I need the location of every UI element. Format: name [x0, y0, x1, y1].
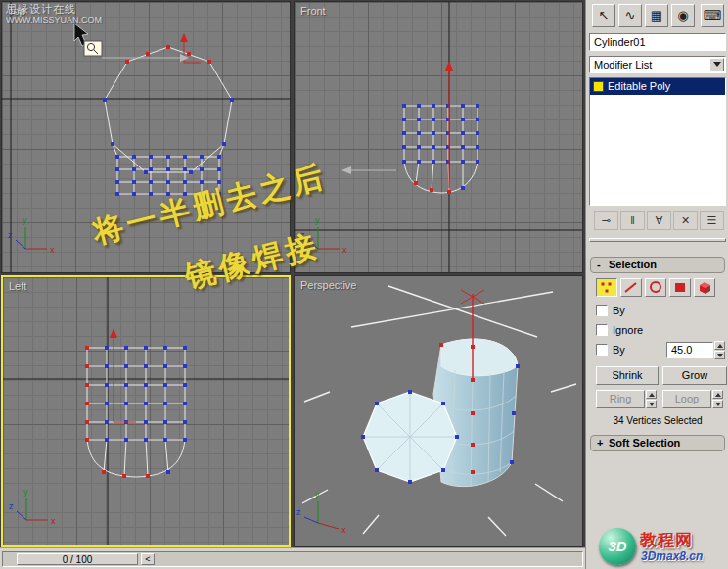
logo-subtitle: 3Dmax8.cn — [641, 549, 703, 563]
top-wireframe[interactable] — [105, 47, 232, 194]
material-editor-icon[interactable]: ◉ — [671, 4, 695, 27]
panel-splitter[interactable] — [589, 238, 726, 242]
border-mode-icon[interactable] — [645, 278, 666, 297]
spinner-down-icon[interactable] — [646, 400, 657, 408]
stack-item-editable-poly[interactable]: Editable Poly — [590, 78, 725, 95]
command-panel: ↖ ∿ ▦ ◉ ⌨ Cylinder01 Modifier List Edita… — [585, 0, 728, 569]
top-viewport-canvas: x y z — [2, 2, 291, 273]
remove-modifier-glyph: ✕ — [681, 214, 690, 226]
ring-button[interactable]: Ring — [596, 390, 645, 408]
spinner-up-icon[interactable] — [646, 390, 657, 399]
curve-editor-glyph: ∿ — [625, 8, 636, 23]
by-vertex-checkbox[interactable] — [596, 305, 608, 316]
by-angle-row: By — [596, 344, 625, 357]
soft-selection-rollout-title: Soft Selection — [609, 437, 680, 449]
left-axis-tripod: x y z — [9, 487, 56, 526]
viewport-top[interactable]: Top 思缘设计在线 WWW.MISSYUAN.COM — [1, 1, 291, 273]
viewport-front-label: Front — [300, 5, 326, 17]
axis-z-label: z — [9, 501, 14, 511]
loop-spinner[interactable] — [712, 390, 723, 408]
schematic-view-glyph: ▦ — [651, 8, 662, 23]
logo-title: 教程网 — [640, 529, 693, 551]
keyboard-override-icon[interactable]: ⌨ — [701, 4, 724, 27]
viewport-left-active[interactable]: Left x y z — [1, 275, 291, 547]
viewport-front[interactable]: Front x — [294, 1, 583, 273]
edge-mode-icon[interactable] — [620, 278, 642, 297]
shrink-button[interactable]: Shrink — [596, 366, 659, 385]
spinner-up-icon[interactable] — [714, 341, 725, 350]
selection-rollout-title: Selection — [609, 259, 657, 270]
object-name-field[interactable]: Cylinder01 — [589, 33, 726, 51]
polygon-mode-icon[interactable] — [669, 278, 691, 297]
by-vertex-label: By — [613, 305, 625, 316]
ignore-backfacing-checkbox[interactable] — [596, 324, 608, 336]
viewport-perspective[interactable]: Perspective — [294, 275, 583, 547]
collapse-plus-icon: + — [597, 436, 609, 450]
left-gizmo-y-axis[interactable] — [110, 328, 136, 422]
spinner-down-icon[interactable] — [714, 351, 725, 359]
remove-modifier-icon[interactable]: ✕ — [673, 211, 698, 230]
selection-status: 34 Vertices Selected — [586, 415, 728, 426]
loop-button[interactable]: Loop — [662, 390, 711, 408]
schematic-view-icon[interactable]: ▦ — [645, 4, 668, 27]
front-axis-tripod: x y z — [300, 215, 347, 255]
angle-spinner[interactable] — [714, 341, 725, 359]
3dsmax-window: Top 思缘设计在线 WWW.MISSYUAN.COM — [0, 0, 728, 569]
modifier-list-dropdown[interactable]: Modifier List — [589, 56, 726, 73]
axis-y-label: y — [315, 490, 320, 499]
show-end-result-icon[interactable]: ‖ — [620, 211, 645, 230]
left-vertices-selected[interactable] — [87, 348, 148, 476]
logo-sphere-text: 3D — [608, 538, 626, 554]
ring-label: Ring — [610, 393, 632, 404]
show-end-result-glyph: ‖ — [630, 214, 635, 226]
spinner-up-icon[interactable] — [712, 390, 723, 399]
left-viewport-canvas: x y z — [3, 277, 289, 545]
soft-selection-rollout-header[interactable]: +Soft Selection — [590, 435, 725, 451]
select-object-glyph: ↖ — [599, 8, 610, 23]
perspective-model[interactable] — [363, 339, 518, 487]
dropdown-arrow-icon[interactable] — [709, 58, 724, 71]
front-gizmo-y-axis[interactable] — [445, 61, 453, 188]
axis-x-label: x — [50, 245, 55, 255]
by-angle-checkbox[interactable] — [596, 344, 608, 356]
border-glyph — [646, 279, 665, 296]
top-vertices-selected[interactable] — [127, 47, 209, 62]
vertex-mode-icon[interactable] — [596, 278, 617, 297]
modifier-list-label: Modifier List — [594, 59, 652, 71]
curve-editor-icon[interactable]: ∿ — [618, 4, 642, 27]
time-slider[interactable]: 0 / 100 — [17, 553, 138, 565]
axis-z-label: z — [300, 230, 305, 240]
pin-stack-icon[interactable]: ⊸ — [594, 211, 618, 230]
polygon-glyph — [670, 279, 690, 296]
axis-y-label: y — [23, 215, 27, 225]
select-object-icon[interactable]: ↖ — [592, 4, 615, 27]
perspective-axis-tripod: x y z — [296, 490, 346, 535]
axis-y-label: y — [23, 487, 28, 497]
pin-stack-glyph: ⊸ — [602, 214, 611, 226]
ignore-backfacing-row: Ignore — [596, 324, 643, 338]
ring-spinner[interactable] — [646, 390, 657, 408]
collapse-minus-icon: - — [597, 258, 609, 272]
element-mode-icon[interactable] — [694, 278, 715, 297]
make-unique-icon[interactable]: ∀ — [647, 211, 671, 230]
front-annotation-arrow — [341, 166, 396, 174]
front-viewport-canvas: x y z — [295, 2, 583, 273]
grow-button[interactable]: Grow — [662, 366, 727, 385]
configure-modifier-sets-icon[interactable]: ☰ — [700, 211, 724, 230]
axis-x-label: x — [342, 245, 347, 255]
edge-glyph — [621, 279, 641, 296]
frame-step-button[interactable]: < — [141, 553, 155, 565]
timeline-track[interactable]: 0 / 100 < — [2, 551, 583, 567]
time-slider-value: 0 / 100 — [63, 554, 93, 565]
object-name-value: Cylinder01 — [594, 36, 646, 48]
axis-x-label: x — [51, 516, 56, 526]
front-wireframe[interactable] — [404, 106, 478, 193]
selection-rollout-header[interactable]: -Selection — [590, 257, 725, 273]
left-wireframe[interactable] — [87, 348, 185, 477]
ignore-backfacing-label: Ignore — [613, 324, 643, 336]
spinner-down-icon[interactable] — [712, 400, 723, 408]
watermark: 思缘设计在线 WWW.MISSYUAN.COM — [6, 4, 102, 25]
grow-label: Grow — [682, 369, 707, 381]
loop-label: Loop — [675, 393, 699, 404]
angle-value-field[interactable]: 45.0 — [666, 342, 713, 358]
